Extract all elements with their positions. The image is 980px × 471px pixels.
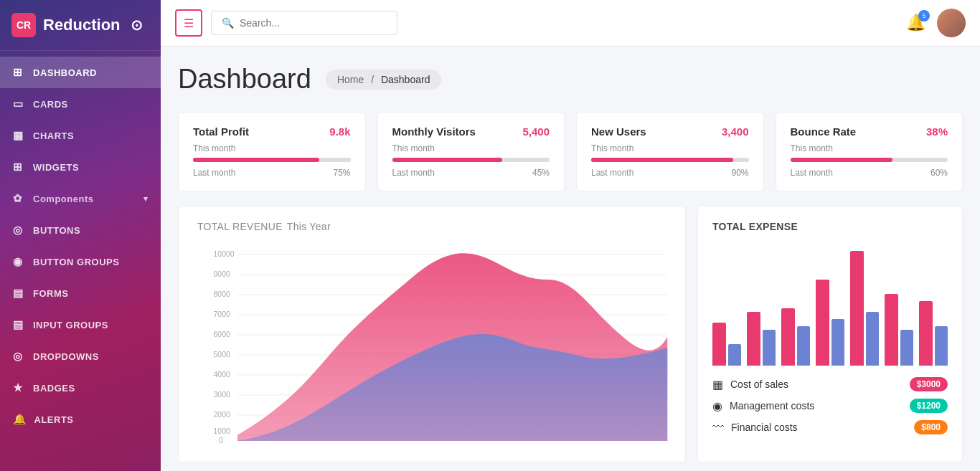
stat-card-bounce: Bounce Rate 38% This month Last month 60…: [776, 112, 963, 191]
sidebar-item-label: BADGES: [33, 383, 75, 394]
stat-bar-outer: [193, 158, 351, 162]
sidebar: CR Reduction ⊙ ⊞ DASHBOARD ▭ CARDS ▦ CHA…: [0, 0, 161, 471]
revenue-area-chart: 10000 9000 8000 7000 6000 5000 4000 3000…: [193, 244, 671, 444]
bar-blue: [866, 312, 880, 366]
stat-bar-inner: [392, 158, 503, 162]
revenue-chart-card: TOTAL REVENUEThis Year 10000 9000 8000 7…: [178, 206, 686, 462]
bar-pink: [712, 323, 726, 366]
bar-chart-area: [712, 244, 948, 366]
stat-bar-outer: [392, 158, 550, 162]
stat-last: Last month 45%: [392, 168, 550, 178]
menu-button[interactable]: ☰: [175, 9, 202, 37]
sidebar-item-label: Components: [33, 194, 93, 204]
svg-text:2000: 2000: [214, 410, 230, 419]
svg-text:6000: 6000: [214, 330, 230, 338]
avatar[interactable]: [937, 9, 966, 37]
svg-text:5000: 5000: [214, 350, 230, 358]
sidebar-item-input-groups[interactable]: ▤ INPUT GROUPS: [0, 309, 161, 341]
legend-item-management: ◉ Management costs $1200: [712, 399, 948, 413]
cost-of-sales-label: Cost of sales: [730, 379, 788, 390]
sidebar-item-label: BUTTON GROUPS: [33, 257, 119, 267]
bar-blue: [831, 319, 845, 366]
sidebar-item-buttons[interactable]: ◎ BUTTONS: [0, 214, 161, 246]
stat-bar-outer: [791, 158, 948, 162]
stat-last: Last month 60%: [791, 168, 948, 178]
sidebar-logo: CR Reduction ⊙: [0, 0, 161, 51]
stat-last: Last month 90%: [591, 168, 749, 178]
stat-top: Monthly Visitors 5,400: [392, 125, 550, 138]
sidebar-item-label: CHARTS: [33, 130, 74, 141]
last-pct: 60%: [930, 168, 948, 178]
stat-label: Total Profit: [193, 125, 249, 138]
stat-sub: This month: [591, 143, 749, 153]
breadcrumb-current: Dashboard: [381, 74, 430, 85]
breadcrumb-separator: /: [371, 74, 374, 85]
last-label: Last month: [791, 168, 833, 178]
bar-group: [850, 251, 879, 366]
svg-text:1000: 1000: [214, 427, 230, 435]
financial-badge: $800: [914, 420, 948, 434]
header-right: 🔔 5: [906, 9, 966, 37]
sidebar-item-alerts[interactable]: 🔔 ALERTS: [0, 404, 161, 435]
bar-group: [919, 301, 948, 366]
notification-bell[interactable]: 🔔 5: [906, 14, 925, 32]
sidebar-item-components[interactable]: ✿ Components ▾: [0, 183, 161, 214]
stat-top: Total Profit 9.8k: [193, 125, 351, 138]
stat-value: 38%: [926, 125, 948, 138]
stat-label: Monthly Visitors: [392, 125, 476, 138]
bar-blue: [728, 344, 742, 366]
stat-value: 3,400: [722, 125, 749, 138]
svg-text:7000: 7000: [214, 310, 230, 318]
bar-blue: [763, 330, 776, 366]
breadcrumb: Home / Dashboard: [326, 70, 442, 90]
expense-chart-title: TOTAL EXPENSE: [712, 221, 948, 232]
revenue-chart-title: TOTAL REVENUEThis Year: [193, 221, 671, 232]
page-header: Dashboard Home / Dashboard: [178, 64, 963, 95]
sidebar-item-dashboard[interactable]: ⊞ DASHBOARD: [0, 57, 161, 88]
search-input[interactable]: [240, 17, 387, 29]
sidebar-item-label: WIDGETS: [33, 162, 79, 173]
badges-icon: ★: [13, 381, 26, 394]
bar-pink: [816, 280, 829, 366]
stat-value: 5,400: [522, 125, 550, 138]
sidebar-item-cards[interactable]: ▭ CARDS: [0, 88, 161, 120]
stat-top: New Users 3,400: [591, 125, 749, 138]
svg-text:8000: 8000: [214, 290, 230, 298]
stat-cards-container: Total Profit 9.8k This month Last month …: [178, 112, 963, 191]
sidebar-item-label: INPUT GROUPS: [33, 320, 108, 330]
last-pct: 45%: [532, 168, 550, 178]
stat-card-profit: Total Profit 9.8k This month Last month …: [178, 112, 366, 191]
header: ☰ 🔍 🔔 5: [161, 0, 980, 47]
sidebar-item-button-groups[interactable]: ◉ BUTTON GROUPS: [0, 246, 161, 277]
management-label: Management costs: [730, 400, 814, 411]
sidebar-item-widgets[interactable]: ⊞ WIDGETS: [0, 151, 161, 183]
stat-last: Last month 75%: [193, 168, 351, 178]
expense-legend: ▦ Cost of sales $3000 ◉ Management costs…: [712, 377, 948, 434]
sidebar-item-dropdowns[interactable]: ◎ DROPDOWNS: [0, 341, 161, 372]
widgets-icon: ⊞: [13, 161, 26, 173]
breadcrumb-home[interactable]: Home: [337, 74, 364, 85]
bar-group: [712, 323, 741, 366]
financial-label: Financial costs: [731, 422, 798, 433]
bar-pink: [885, 294, 898, 366]
legend-item-cost-of-sales: ▦ Cost of sales $3000: [712, 377, 948, 391]
expense-chart-card: TOTAL EXPENSE: [697, 206, 963, 462]
chevron-down-icon: ▾: [143, 194, 149, 204]
dashboard-icon: ⊞: [13, 66, 26, 79]
sidebar-item-charts[interactable]: ▦ CHARTS: [0, 120, 161, 151]
sidebar-item-badges[interactable]: ★ BADGES: [0, 372, 161, 404]
management-icon: ◉: [712, 399, 722, 413]
content-area: Dashboard Home / Dashboard Total Profit …: [161, 47, 980, 471]
sidebar-item-forms[interactable]: ▤ FORMS: [0, 277, 161, 309]
last-label: Last month: [392, 168, 435, 178]
input-groups-icon: ▤: [13, 318, 26, 331]
stat-bar-outer: [591, 158, 749, 162]
bar-group: [816, 280, 844, 366]
stat-sub: This month: [791, 143, 948, 153]
charts-icon: ▦: [13, 129, 26, 142]
dropdowns-icon: ◎: [13, 350, 26, 363]
sidebar-item-label: DASHBOARD: [33, 67, 97, 78]
logo-box: CR: [11, 13, 36, 37]
last-pct: 90%: [731, 168, 748, 178]
stat-card-visitors: Monthly Visitors 5,400 This month Last m…: [377, 112, 565, 191]
